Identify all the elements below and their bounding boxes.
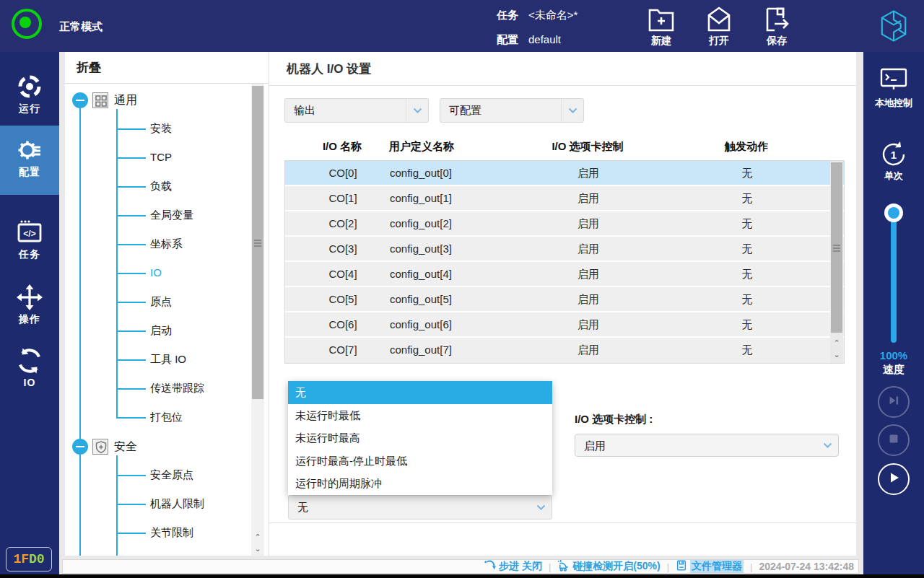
tree-item-关节限制[interactable]: 关节限制 xyxy=(150,526,193,540)
collapse-all-button[interactable]: 折叠 xyxy=(65,52,269,84)
tree-item-传送带跟踪[interactable]: 传送带跟踪 xyxy=(150,382,204,395)
tree-node-通用[interactable]: 通用 xyxy=(114,93,137,108)
chevron-down-icon xyxy=(530,496,552,519)
tree-item-打包位[interactable]: 打包位 xyxy=(150,411,183,424)
tree-connector-line xyxy=(116,215,146,216)
tree-scrollbar-thumb[interactable] xyxy=(252,86,263,399)
io-tab-control-select[interactable]: 启用 xyxy=(575,434,839,457)
play-button[interactable] xyxy=(878,463,910,495)
clock-timestamp: 2024-07-24 13:42:48 xyxy=(759,561,854,572)
speed-slider-track[interactable] xyxy=(891,213,897,343)
sidebar-item-配置[interactable]: 配置 xyxy=(0,126,59,195)
tree-item-TCP[interactable]: TCP xyxy=(150,151,172,163)
dropdown-option[interactable]: 运行时的周期脉冲 xyxy=(288,472,552,495)
step-icon xyxy=(484,559,496,574)
dropdown-option[interactable]: 未运行时最高 xyxy=(288,426,552,450)
tree-item-全局变量[interactable]: 全局变量 xyxy=(150,209,193,222)
sidebar-item-操作[interactable]: 操作 xyxy=(0,273,59,342)
tree-item-原点[interactable]: 原点 xyxy=(150,295,172,309)
open-button[interactable]: 打开 xyxy=(696,6,742,48)
tree-item-IO[interactable]: IO xyxy=(150,266,162,279)
table-row-CO[2][interactable]: CO[2]config_out[2]启用无 xyxy=(285,211,844,237)
move-arrows-icon xyxy=(15,283,44,312)
tree-branch-line xyxy=(116,455,118,556)
table-cell: 无 xyxy=(689,192,805,206)
table-row-CO[6][interactable]: CO[6]config_out[6]启用无 xyxy=(285,312,844,338)
column-header: I/O 选项卡控制 xyxy=(530,140,645,154)
tree-item-安装[interactable]: 安装 xyxy=(150,122,172,136)
collapse-toggle[interactable] xyxy=(72,92,88,108)
tree-node-安全[interactable]: 安全 xyxy=(114,439,137,455)
app-window: 正常模式 任务<未命名>* 配置default 新建打开保存 运行配置</>任务… xyxy=(0,0,924,578)
sidebar-item-IO[interactable]: IO xyxy=(0,336,59,406)
dropdown-option[interactable]: 未运行时最低 xyxy=(288,404,552,427)
tree-connector-line xyxy=(116,475,146,476)
dropdown-option[interactable]: 无 xyxy=(288,381,552,404)
tree-item-负载[interactable]: 负载 xyxy=(150,180,172,193)
table-cell: CO[0] xyxy=(302,167,383,179)
table-cell: 无 xyxy=(689,318,805,332)
tree-item-工具 IO[interactable]: 工具 IO xyxy=(150,353,186,367)
status-item[interactable]: 碰撞检测开启(50%) xyxy=(557,559,660,574)
settings-gear-icon xyxy=(15,136,44,165)
tree-item-启动[interactable]: 启动 xyxy=(150,324,172,338)
table-cell: CO[3] xyxy=(302,242,383,255)
io-category-select[interactable]: 可配置 xyxy=(440,98,584,123)
table-row-CO[5][interactable]: CO[5]config_out[5]启用无 xyxy=(285,287,844,312)
svg-text:1: 1 xyxy=(891,149,897,161)
speed-percentage: 100% xyxy=(863,349,924,362)
io-category-value: 可配置 xyxy=(449,104,481,116)
trigger-action-value: 无 xyxy=(297,501,308,513)
status-item-text: 文件管理器 xyxy=(690,560,744,573)
status-item[interactable]: 步进 关闭 xyxy=(484,559,542,574)
scroll-up-arrow[interactable]: ⌃ xyxy=(831,338,842,347)
column-header: I/O 名称 xyxy=(302,140,383,154)
mode-label: 正常模式 xyxy=(59,20,103,34)
io-table: CO[0]config_out[0]启用无CO[1]config_out[1]启… xyxy=(284,160,845,364)
table-cell: 无 xyxy=(689,293,805,307)
tree-item-安全原点[interactable]: 安全原点 xyxy=(150,468,193,482)
robot-io-settings-panel: 机器人 I/O 设置 输出 可配置 I/O 名称用户定义名称I/O 选项卡控制触… xyxy=(269,52,856,556)
status-item[interactable]: 文件管理器 xyxy=(676,559,744,574)
config-value: default xyxy=(528,33,561,45)
table-row-CO[1][interactable]: CO[1]config_out[1]启用无 xyxy=(285,186,844,211)
table-cell: config_out[5] xyxy=(390,293,549,305)
scroll-up-arrow[interactable]: ⌃ xyxy=(252,533,263,541)
tree-item-机器人限制[interactable]: 机器人限制 xyxy=(150,497,204,511)
sidebar-item-label: 配置 xyxy=(0,166,59,179)
scroll-down-arrow[interactable]: ⌄ xyxy=(831,350,842,359)
table-cell: config_out[2] xyxy=(390,217,549,229)
table-cell: config_out[3] xyxy=(390,242,549,255)
table-row-CO[7][interactable]: CO[7]config_out[7]启用无 xyxy=(285,338,844,363)
io-direction-select[interactable]: 输出 xyxy=(284,98,429,123)
config-row: 配置default xyxy=(497,33,561,47)
table-cell: 无 xyxy=(689,343,805,357)
status-green-dot xyxy=(19,17,31,28)
save-button[interactable]: 保存 xyxy=(754,6,800,48)
trigger-action-select[interactable]: 无 xyxy=(288,495,552,520)
chevron-down-icon xyxy=(816,434,838,456)
table-scrollbar[interactable]: ⌃ ⌄ xyxy=(830,161,843,363)
local-control-icon[interactable] xyxy=(879,66,909,95)
open-file-icon xyxy=(696,6,742,33)
tree-scrollbar[interactable]: ⌃ ⌄ xyxy=(251,84,264,556)
tree-connector-line xyxy=(116,244,146,245)
table-row-CO[4][interactable]: CO[4]config_out[4]启用无 xyxy=(285,262,844,287)
collapse-toggle[interactable] xyxy=(72,439,88,455)
dropdown-option[interactable]: 运行时最高-停止时最低 xyxy=(288,450,552,473)
tree-connector-line xyxy=(116,504,146,505)
new-button[interactable]: 新建 xyxy=(638,6,684,48)
sidebar-item-任务[interactable]: </>任务 xyxy=(0,208,59,277)
tree-connector-line xyxy=(116,186,146,188)
scroll-down-arrow[interactable]: ⌄ xyxy=(252,544,263,553)
sidebar-item-运行[interactable]: 运行 xyxy=(0,62,59,131)
table-row-CO[0][interactable]: CO[0]config_out[0]启用无 xyxy=(285,161,844,186)
table-scrollbar-thumb[interactable] xyxy=(831,162,842,333)
brand-logo-icon xyxy=(875,7,912,45)
single-run-icon[interactable]: 1 xyxy=(878,139,910,173)
speed-slider-thumb[interactable] xyxy=(884,203,903,222)
tree-item-坐标系[interactable]: 坐标系 xyxy=(150,237,183,251)
table-row-CO[3][interactable]: CO[3]config_out[3]启用无 xyxy=(285,237,844,262)
table-cell: 启用 xyxy=(531,293,646,307)
table-cell: CO[6] xyxy=(302,318,383,330)
